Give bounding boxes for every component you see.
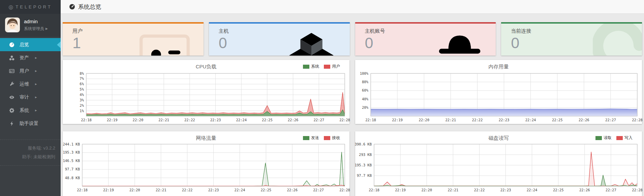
svg-text:22:21: 22:21	[445, 118, 456, 122]
svg-text:5%: 5%	[80, 87, 84, 91]
sidebar-item-label: 助手设置	[20, 121, 38, 127]
app-logo[interactable]: ◎ TELEPORT	[0, 0, 61, 14]
svg-text:22:21: 22:21	[156, 188, 166, 192]
sidebar-item-ops[interactable]: 运维▸	[0, 77, 61, 91]
svg-text:22:22: 22:22	[474, 188, 485, 192]
svg-text:22:24: 22:24	[236, 118, 247, 122]
chart-legend: 系统用户	[303, 64, 340, 69]
legend-item-系统[interactable]: 系统	[303, 64, 319, 69]
sidebar-item-system[interactable]: 系统▸	[0, 104, 61, 117]
svg-text:22:21: 22:21	[448, 188, 458, 192]
charts-row-1: 22:1822:1922:2022:2122:2222:2322:2422:25…	[63, 60, 642, 124]
svg-text:22:28: 22:28	[632, 118, 643, 122]
sidebar-item-overview[interactable]: 总览	[0, 38, 61, 51]
svg-text:22:19: 22:19	[395, 188, 406, 192]
sidebar-item-assets[interactable]: 资产▸	[0, 51, 61, 64]
cubes-icon	[9, 55, 14, 61]
chevron-right-icon: ▸	[35, 108, 37, 112]
chevron-right-icon: ▸	[35, 82, 37, 86]
sidebar-item-label: 运维	[20, 81, 29, 87]
legend-item-用户[interactable]: 用户	[324, 64, 340, 69]
svg-text:22:22: 22:22	[182, 188, 193, 192]
role-expand-icon: ▶	[45, 27, 48, 30]
svg-text:22:19: 22:19	[107, 118, 118, 122]
svg-text:293 KB: 293 KB	[359, 153, 372, 157]
svg-text:22:25: 22:25	[260, 188, 271, 192]
svg-text:22:19: 22:19	[392, 118, 403, 122]
user-meta: admin 系统管理员 ▶	[24, 19, 48, 32]
svg-text:22:20: 22:20	[421, 188, 432, 192]
svg-text:22:18: 22:18	[369, 188, 379, 192]
legend-swatch	[324, 136, 330, 140]
chart-panel-memory: 22:1822:1922:2022:2122:2222:2322:2422:25…	[355, 60, 642, 124]
stat-card-value: 0	[219, 35, 350, 51]
svg-text:22:28: 22:28	[632, 188, 643, 192]
svg-text:390.6 KB: 390.6 KB	[355, 142, 372, 146]
svg-text:22:25: 22:25	[262, 118, 273, 122]
svg-text:22:22: 22:22	[184, 118, 195, 122]
id-card-icon	[9, 68, 14, 74]
chevron-right-icon: ▸	[35, 95, 37, 99]
sidebar-item-label: 用户	[20, 68, 29, 74]
svg-text:40%: 40%	[362, 97, 369, 101]
gauge-icon	[9, 42, 14, 47]
legend-item-接收[interactable]: 接收	[324, 135, 340, 141]
chart-legend: 读取写入	[595, 135, 633, 141]
svg-text:97.7 KB: 97.7 KB	[65, 167, 80, 171]
legend-swatch	[324, 65, 330, 69]
chart-title: 内存用量	[355, 64, 642, 70]
legend-label: 接收	[332, 135, 340, 141]
sidebar-menu: 总览资产▸用户▸运维▸审计▸系统▸助手设置	[0, 38, 61, 130]
stat-card-value: 0	[511, 35, 642, 51]
assistant-status-text: 助手: 未能检测到	[5, 153, 55, 161]
stat-card-label: 当前连接	[511, 28, 642, 34]
legend-swatch	[303, 65, 309, 69]
svg-text:22:28: 22:28	[339, 188, 350, 192]
app-logo-text: TELEPORT	[16, 4, 52, 9]
user-profile[interactable]: admin 系统管理员 ▶	[0, 14, 61, 37]
sidebar-footer: 服务端: v3.2.2 助手: 未能检测到	[0, 139, 61, 166]
charts-row-2: 22:1822:1922:2022:2122:2222:2322:2422:25…	[63, 131, 642, 196]
svg-text:2%: 2%	[80, 103, 84, 107]
main-area: 系统总览 用户1主机0主机账号0当前连接0 22:1822:1922:2022:…	[61, 0, 644, 196]
svg-text:22:23: 22:23	[500, 188, 511, 192]
stat-card-label: 主机	[219, 28, 350, 34]
avatar	[5, 18, 20, 32]
content: 用户1主机0主机账号0当前连接0 22:1822:1922:2022:2122:…	[61, 14, 644, 196]
svg-text:22:26: 22:26	[287, 188, 298, 192]
sidebar-item-users[interactable]: 用户▸	[0, 64, 61, 77]
svg-text:7%: 7%	[80, 76, 84, 80]
svg-text:22:18: 22:18	[365, 118, 376, 122]
svg-text:22:27: 22:27	[606, 188, 616, 192]
svg-text:8%: 8%	[80, 71, 84, 75]
svg-text:1%: 1%	[80, 109, 84, 113]
active-item-notch	[57, 41, 61, 48]
sidebar-item-audit[interactable]: 审计▸	[0, 91, 61, 104]
sidebar-item-label: 资产	[20, 55, 29, 61]
sidebar: ◎ TELEPORT admin 系统管理员 ▶ 总览资产▸用户▸运维▸审计▸系…	[0, 0, 61, 196]
svg-text:22:28: 22:28	[339, 118, 350, 122]
svg-text:22:27: 22:27	[313, 188, 324, 192]
legend-item-读取[interactable]: 读取	[595, 135, 612, 141]
sidebar-item-assistant[interactable]: 助手设置	[0, 117, 61, 130]
server-version-text: 服务端: v3.2.2	[5, 144, 55, 153]
chart-panel-disk: 22:1822:1922:2022:2122:2222:2322:2422:25…	[355, 131, 642, 196]
legend-label: 读取	[604, 135, 612, 141]
stat-card-3: 当前连接0	[501, 22, 642, 56]
legend-item-发送[interactable]: 发送	[303, 135, 319, 141]
svg-text:22:19: 22:19	[103, 188, 114, 192]
svg-text:22:24: 22:24	[235, 188, 245, 192]
stat-card-label: 用户	[72, 28, 204, 34]
sidebar-item-label: 总览	[20, 42, 29, 48]
wrench-icon	[9, 81, 14, 87]
svg-text:97.7 KB: 97.7 KB	[357, 173, 372, 177]
svg-text:146.5 KB: 146.5 KB	[63, 159, 80, 163]
svg-text:22:26: 22:26	[288, 118, 299, 122]
svg-text:22:24: 22:24	[527, 188, 538, 192]
svg-text:195.3 KB: 195.3 KB	[63, 150, 80, 154]
svg-text:22:20: 22:20	[129, 188, 140, 192]
gear-icon	[9, 108, 14, 113]
legend-item-写入[interactable]: 写入	[616, 135, 633, 141]
eye-icon	[9, 95, 14, 100]
svg-text:60%: 60%	[362, 88, 369, 92]
